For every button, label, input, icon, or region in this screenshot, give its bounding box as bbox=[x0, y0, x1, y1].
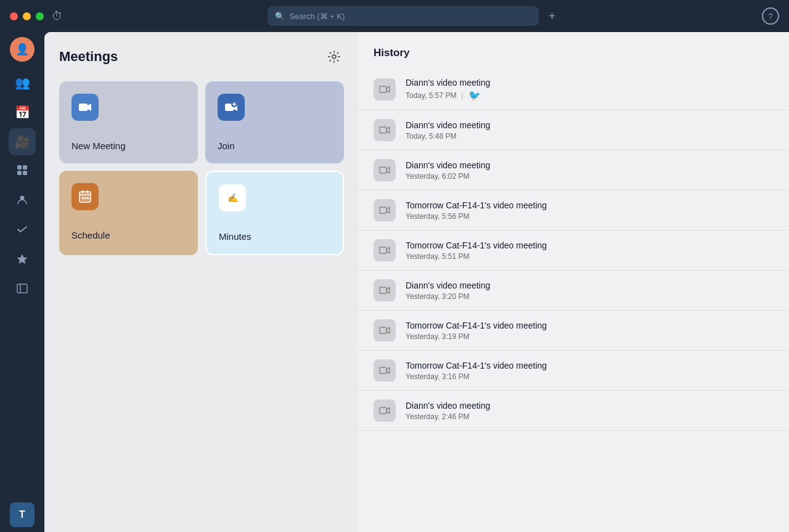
history-item-title: Diann's video meeting bbox=[406, 160, 774, 170]
left-panel: Meetings bbox=[44, 32, 359, 532]
video-icon bbox=[374, 359, 396, 382]
video-icon bbox=[374, 159, 396, 181]
svg-marker-5 bbox=[17, 254, 28, 264]
sidebar-item-meetings[interactable]: 🎥 bbox=[9, 128, 36, 155]
history-item-time: Today, 5:48 PM bbox=[406, 132, 774, 141]
search-bar[interactable]: 🔍 Search (⌘ + K) bbox=[268, 6, 539, 26]
new-meeting-label: New Meeting bbox=[72, 141, 126, 151]
tasks-icon bbox=[16, 223, 28, 239]
calendar-icon: 📅 bbox=[15, 105, 30, 120]
video-icon bbox=[374, 239, 396, 261]
join-card[interactable]: Join bbox=[205, 81, 344, 163]
meetings-icon: 🎥 bbox=[15, 134, 30, 149]
contacts-icon: 👥 bbox=[15, 75, 30, 90]
history-item[interactable]: Diann's video meetingToday, 5:48 PM bbox=[359, 110, 789, 150]
history-item-info: Tomorrow Cat-F14-1's video meetingYester… bbox=[406, 240, 774, 261]
content-area: Meetings bbox=[44, 32, 789, 532]
search-icon: 🔍 bbox=[275, 12, 285, 21]
history-item-time: Yesterday, 2:46 PM bbox=[406, 412, 774, 421]
maximize-button[interactable] bbox=[36, 12, 44, 20]
history-item-title: Tomorrow Cat-F14-1's video meeting bbox=[406, 200, 774, 210]
meeting-badge: 🐦 bbox=[468, 89, 481, 101]
video-icon bbox=[374, 399, 396, 422]
history-item-time: Yesterday, 3:16 PM bbox=[406, 372, 774, 381]
user-avatar[interactable]: 👤 bbox=[10, 37, 35, 62]
help-button[interactable]: ? bbox=[762, 7, 779, 25]
history-item-time: Yesterday, 3:19 PM bbox=[406, 332, 774, 341]
history-item-title: Tomorrow Cat-F14-1's video meeting bbox=[406, 240, 774, 250]
sidebar-item-starred[interactable] bbox=[9, 247, 36, 274]
star-icon bbox=[16, 253, 28, 268]
history-item-info: Diann's video meetingToday, 5:57 PM|🐦 bbox=[406, 78, 774, 101]
minutes-card[interactable]: ✍ Minutes bbox=[205, 171, 344, 255]
titlebar: ⏱ 🔍 Search (⌘ + K) + ? bbox=[0, 0, 789, 32]
history-item-info: Diann's video meetingYesterday, 2:46 PM bbox=[406, 401, 774, 421]
svg-rect-31 bbox=[380, 367, 386, 374]
history-item[interactable]: Diann's video meetingToday, 5:57 PM|🐦 bbox=[359, 69, 789, 110]
minutes-label: Minutes bbox=[219, 231, 251, 242]
sidebar-item-calendar[interactable]: 📅 bbox=[9, 99, 36, 126]
history-item-title: Diann's video meeting bbox=[406, 280, 774, 290]
sidebar-item-team[interactable] bbox=[9, 158, 36, 185]
history-item-time: Today, 5:57 PM|🐦 bbox=[406, 89, 774, 101]
sidebar-item-tasks[interactable] bbox=[9, 217, 36, 244]
panel-title: Meetings bbox=[59, 49, 118, 65]
history-item[interactable]: Tomorrow Cat-F14-1's video meetingYester… bbox=[359, 231, 789, 271]
sidebar-item-contacts[interactable]: 👥 bbox=[9, 69, 36, 96]
people-icon bbox=[16, 194, 28, 209]
svg-rect-2 bbox=[17, 171, 22, 175]
svg-rect-1 bbox=[23, 165, 27, 170]
join-label: Join bbox=[218, 141, 235, 151]
svg-rect-20 bbox=[84, 197, 86, 199]
svg-point-8 bbox=[332, 55, 336, 59]
history-item[interactable]: Diann's video meetingYesterday, 3:20 PM bbox=[359, 271, 789, 311]
account-avatar[interactable]: T bbox=[10, 502, 35, 527]
history-item-info: Tomorrow Cat-F14-1's video meetingYester… bbox=[406, 321, 774, 341]
settings-icon[interactable] bbox=[324, 47, 344, 67]
history-item-title: Diann's video meeting bbox=[406, 78, 774, 88]
history-item-info: Tomorrow Cat-F14-1's video meetingYester… bbox=[406, 200, 774, 221]
meeting-grid: New Meeting Join bbox=[59, 81, 344, 255]
board-icon bbox=[16, 282, 28, 298]
history-item[interactable]: Tomorrow Cat-F14-1's video meetingYester… bbox=[359, 311, 789, 351]
add-button[interactable]: + bbox=[544, 7, 561, 25]
svg-rect-26 bbox=[380, 167, 386, 173]
video-icon bbox=[374, 119, 396, 141]
video-icon bbox=[374, 199, 396, 221]
history-item-info: Diann's video meetingYesterday, 6:02 PM bbox=[406, 160, 774, 181]
history-item-title: Tomorrow Cat-F14-1's video meeting bbox=[406, 361, 774, 370]
sidebar-item-people[interactable] bbox=[9, 187, 36, 215]
history-header: History bbox=[359, 47, 789, 69]
schedule-card[interactable]: Schedule bbox=[59, 171, 198, 255]
sidebar-item-board[interactable] bbox=[9, 276, 36, 303]
history-item[interactable]: Diann's video meetingYesterday, 2:46 PM bbox=[359, 391, 789, 431]
new-meeting-icon bbox=[72, 94, 99, 121]
history-icon[interactable]: ⏱ bbox=[49, 7, 66, 25]
svg-rect-29 bbox=[380, 287, 386, 293]
svg-rect-9 bbox=[79, 104, 88, 111]
sidebar: 👤 👥 📅 🎥 bbox=[0, 32, 44, 532]
history-item-info: Diann's video meetingToday, 5:48 PM bbox=[406, 120, 774, 141]
svg-text:✍: ✍ bbox=[227, 193, 239, 203]
svg-rect-25 bbox=[380, 127, 386, 133]
history-item[interactable]: Diann's video meetingYesterday, 6:02 PM bbox=[359, 150, 789, 190]
history-item-info: Diann's video meetingYesterday, 3:20 PM bbox=[406, 280, 774, 301]
schedule-label: Schedule bbox=[72, 230, 110, 240]
video-icon bbox=[374, 78, 396, 100]
svg-rect-24 bbox=[380, 86, 386, 92]
svg-rect-30 bbox=[380, 327, 386, 334]
history-item-title: Tomorrow Cat-F14-1's video meeting bbox=[406, 321, 774, 330]
close-button[interactable] bbox=[10, 12, 18, 20]
main-layout: 👤 👥 📅 🎥 bbox=[0, 32, 789, 532]
traffic-lights bbox=[10, 12, 44, 20]
svg-rect-0 bbox=[17, 165, 22, 170]
new-meeting-card[interactable]: New Meeting bbox=[59, 81, 198, 163]
svg-rect-28 bbox=[380, 247, 386, 253]
minimize-button[interactable] bbox=[23, 12, 31, 20]
right-panel: History Diann's video meetingToday, 5:57… bbox=[359, 32, 789, 532]
svg-rect-27 bbox=[380, 207, 386, 213]
history-list: Diann's video meetingToday, 5:57 PM|🐦 Di… bbox=[359, 69, 789, 431]
history-item[interactable]: Tomorrow Cat-F14-1's video meetingYester… bbox=[359, 351, 789, 391]
history-item[interactable]: Tomorrow Cat-F14-1's video meetingYester… bbox=[359, 190, 789, 231]
video-icon bbox=[374, 279, 396, 301]
